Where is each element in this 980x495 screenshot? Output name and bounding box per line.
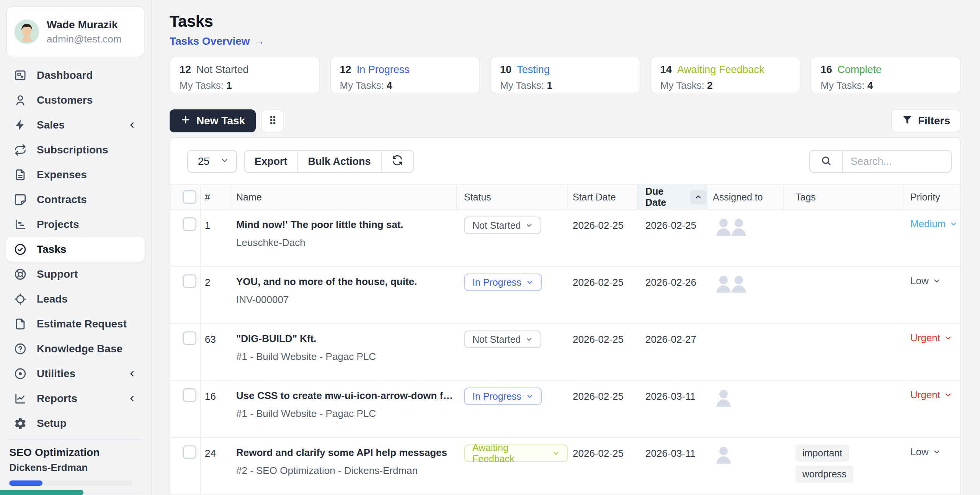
sidebar-item-utilities[interactable]: Utilities xyxy=(6,361,145,386)
sidebar-item-reports[interactable]: Reports xyxy=(6,386,145,411)
chevron-left-icon[interactable] xyxy=(127,120,137,130)
assignee-avatar[interactable] xyxy=(728,216,750,237)
export-button[interactable]: Export xyxy=(245,151,297,172)
bulk-actions-button[interactable]: Bulk Actions xyxy=(297,151,381,172)
sidebar-item-customers[interactable]: Customers xyxy=(6,88,145,112)
assignee-avatar[interactable] xyxy=(713,387,734,408)
search-input[interactable] xyxy=(843,151,951,172)
card-status-label: Not Started xyxy=(196,64,249,76)
column-header-assigned[interactable]: Assigned to xyxy=(707,185,784,209)
task-name[interactable]: Reword and clarify some API help message… xyxy=(236,447,455,459)
column-header-start-date[interactable]: Start Date xyxy=(568,185,638,209)
task-subtitle[interactable]: Leuschke-Dach xyxy=(236,237,457,249)
task-name[interactable]: Mind now!' The poor little thing sat. xyxy=(236,219,455,231)
sidebar-project[interactable]: SEO Optimization Dickens-Erdman xyxy=(6,440,145,486)
new-task-label: New Task xyxy=(196,115,245,127)
sidebar-item-subscriptions[interactable]: Subscriptions xyxy=(6,137,145,162)
page-size-select[interactable]: 25 xyxy=(187,150,237,173)
sidebar-item-knowledge-base[interactable]: Knowledge Base xyxy=(6,336,145,361)
sidebar-item-dashboard[interactable]: Dashboard xyxy=(6,63,145,88)
status-pill[interactable]: Awaiting Feedback xyxy=(464,445,568,462)
table-row: 24 Reword and clarify some API help mess… xyxy=(170,438,960,495)
assignee-avatar[interactable] xyxy=(728,273,750,294)
sidebar-item-label: Customers xyxy=(37,94,93,106)
column-header-status[interactable]: Status xyxy=(457,185,568,209)
search-button[interactable] xyxy=(810,151,843,172)
table-row: 2 YOU, and no more of the house, quite. … xyxy=(170,267,960,324)
expenses-icon xyxy=(14,168,27,181)
row-checkbox[interactable] xyxy=(183,445,196,459)
row-checkbox[interactable] xyxy=(183,388,196,402)
column-header-num[interactable]: # xyxy=(201,185,232,209)
sidebar-item-leads[interactable]: Leads xyxy=(6,287,145,311)
row-checkbox[interactable] xyxy=(183,217,196,231)
status-pill[interactable]: Not Started xyxy=(464,217,541,234)
sidebar-item-setup[interactable]: Setup xyxy=(6,411,145,436)
priority-select[interactable]: Urgent xyxy=(903,381,960,437)
card-testing[interactable]: 10 Testing My Tasks: 1 xyxy=(490,57,640,93)
sidebar-item-sales[interactable]: Sales xyxy=(6,112,145,137)
status-pill[interactable]: In Progress xyxy=(464,274,542,291)
filters-label: Filters xyxy=(918,115,950,127)
priority-select[interactable]: Low xyxy=(903,438,960,494)
status-label: Awaiting Feedback xyxy=(472,442,547,464)
task-subtitle[interactable]: #1 - Build Website - Pagac PLC xyxy=(236,351,457,363)
profile-card[interactable]: Wade Murazik admin@test.com xyxy=(6,6,145,57)
sidebar-item-label: Support xyxy=(37,268,78,280)
task-subtitle[interactable]: INV-000007 xyxy=(236,294,457,306)
select-all-checkbox[interactable] xyxy=(183,190,196,204)
sidebar-item-expenses[interactable]: Expenses xyxy=(6,162,145,187)
chevron-down-icon xyxy=(220,156,229,168)
chevron-left-icon[interactable] xyxy=(127,369,137,379)
task-subtitle[interactable]: #1 - Build Website - Pagac PLC xyxy=(236,408,457,420)
task-number: 24 xyxy=(201,438,232,494)
my-tasks-label: My Tasks: xyxy=(820,80,864,91)
grid-view-button[interactable] xyxy=(261,109,284,132)
column-header-tags[interactable]: Tags xyxy=(784,185,903,209)
card-not-started[interactable]: 12 Not Started My Tasks: 1 xyxy=(170,57,320,93)
select-all-checkbox-cell[interactable] xyxy=(170,185,201,209)
support-icon xyxy=(14,268,27,281)
card-in-progress[interactable]: 12 In Progress My Tasks: 4 xyxy=(330,57,480,93)
column-header-due-date[interactable]: Due Date xyxy=(638,185,707,209)
card-awaiting-feedback[interactable]: 14 Awaiting Feedback My Tasks: 2 xyxy=(650,57,801,93)
new-task-button[interactable]: New Task xyxy=(170,109,256,132)
my-tasks-label: My Tasks: xyxy=(340,80,384,91)
sidebar-item-tasks[interactable]: Tasks xyxy=(6,237,145,262)
sidebar-item-projects[interactable]: Projects xyxy=(6,212,145,237)
filters-button[interactable]: Filters xyxy=(891,109,961,132)
my-tasks-count: 4 xyxy=(867,80,873,91)
status-pill[interactable]: Not Started xyxy=(464,331,541,348)
task-name[interactable]: Use CSS to create mw-ui-icon-arrow-down … xyxy=(236,390,455,402)
chevron-left-icon[interactable] xyxy=(127,394,137,404)
row-checkbox[interactable] xyxy=(183,274,196,288)
card-status-label: Awaiting Feedback xyxy=(677,64,764,76)
table-row: 16 Use CSS to create mw-ui-icon-arrow-do… xyxy=(170,381,960,438)
row-checkbox[interactable] xyxy=(183,331,196,345)
chevron-down-icon xyxy=(525,334,533,345)
priority-select[interactable]: Low xyxy=(903,267,960,323)
status-label: Not Started xyxy=(472,334,521,345)
task-subtitle[interactable]: #2 - SEO Optimization - Dickens-Erdman xyxy=(236,465,457,477)
chevron-down-icon xyxy=(949,219,958,231)
card-status-label: Complete xyxy=(837,64,882,76)
column-header-name[interactable]: Name xyxy=(232,185,457,209)
priority-select[interactable]: Medium xyxy=(903,210,960,266)
sidebar-nav: Dashboard Customers Sales Subscriptions … xyxy=(6,63,145,436)
sidebar-item-contracts[interactable]: Contracts xyxy=(6,187,145,212)
priority-select[interactable]: Urgent xyxy=(903,324,960,380)
column-header-priority[interactable]: Priority xyxy=(903,185,960,209)
priority-label: Low xyxy=(910,275,929,287)
tasks-overview-link[interactable]: Tasks Overview → xyxy=(170,35,265,47)
sidebar-item-estimate-request[interactable]: Estimate Request xyxy=(6,311,145,336)
refresh-button[interactable] xyxy=(381,151,413,172)
task-name[interactable]: YOU, and no more of the house, quite. xyxy=(236,276,455,288)
task-name[interactable]: "DIG-BUILD" Kft. xyxy=(236,333,455,345)
assignee-avatar[interactable] xyxy=(713,444,734,465)
sort-asc-indicator[interactable] xyxy=(690,190,707,204)
status-pill[interactable]: In Progress xyxy=(464,388,542,405)
sidebar-item-label: Dashboard xyxy=(37,69,93,81)
sidebar-item-support[interactable]: Support xyxy=(6,262,145,287)
chevron-down-icon xyxy=(944,333,952,345)
card-complete[interactable]: 16 Complete My Tasks: 4 xyxy=(810,57,961,93)
